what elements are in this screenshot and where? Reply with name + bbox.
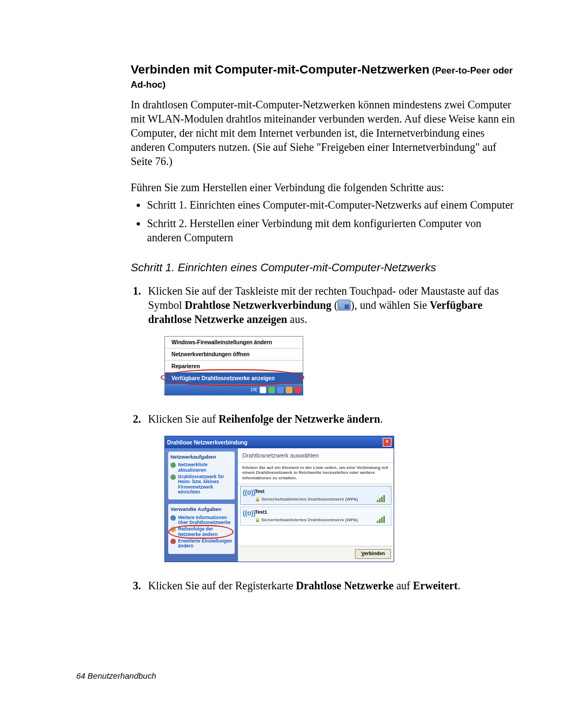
- tray-icon[interactable]: [268, 387, 275, 393]
- gear-icon: [170, 539, 176, 544]
- lock-icon: 🔒: [255, 497, 260, 502]
- heading-main: Verbinden mit Computer-mit-Computer-Netz…: [131, 63, 430, 76]
- menu-item[interactable]: Reparieren: [165, 361, 303, 373]
- close-button[interactable]: ×: [383, 438, 391, 447]
- bullet-item: Schritt 2. Herstellen einer Verbindung m…: [147, 216, 517, 245]
- step-3: Klicken Sie auf der Registerkarte Drahtl…: [144, 578, 517, 593]
- menu-item-highlighted[interactable]: Verfügbare Drahtlosnetzwerke anzeigen: [165, 373, 303, 384]
- taskbar: DE: [164, 385, 303, 395]
- dialog-title: Drahtlose Netzwerkverbindung: [167, 439, 247, 446]
- tray-icon[interactable]: [286, 387, 292, 393]
- dialog-titlebar: Drahtlose Netzwerkverbindung ×: [165, 436, 394, 448]
- step-1: Klicken Sie auf der Taskleiste mit der r…: [144, 284, 517, 395]
- sidebar-section: Netzwerkaufgaben Netzwerkliste aktualisi…: [168, 452, 235, 499]
- subsection-heading: Schritt 1. Einrichten eines Computer-mit…: [131, 261, 517, 274]
- signal-bars-icon: [377, 495, 389, 502]
- main-heading: Drahtlosnetzwerk auswählen: [238, 448, 394, 463]
- sidebar-section-title: Netzwerkaufgaben: [170, 454, 232, 460]
- context-menu: Windows-Firewalleinstellungen ändern Net…: [164, 336, 303, 385]
- step-2: Klicken Sie auf Reihenfolge der Netzwerk…: [144, 412, 517, 562]
- tray-icon[interactable]: [260, 387, 266, 393]
- info-icon: [170, 515, 176, 521]
- page-footer: 64 Benutzerhandbuch: [76, 671, 156, 680]
- lock-icon: 🔒: [255, 517, 260, 522]
- intro-paragraph: In drahtlosen Computer-mit-Computer-Netz…: [131, 97, 517, 168]
- screenshot-context-menu: Windows-Firewalleinstellungen ändern Net…: [164, 336, 303, 395]
- network-list: ((o)) Test 🔒 Sicherheitsaktiviertes Drah…: [238, 484, 394, 546]
- dialog-footer: Verbinden: [238, 546, 394, 562]
- dialog-sidebar: Netzwerkaufgaben Netzwerkliste aktualisi…: [165, 448, 238, 562]
- bullet-item: Schritt 1. Einrichten eines Computer-mit…: [147, 198, 517, 212]
- network-security: 🔒 Sicherheitsaktiviertes Drahtlosnetzwer…: [255, 497, 373, 502]
- network-icon: [170, 474, 176, 480]
- screenshot-wireless-dialog: Drahtlose Netzwerkverbindung × Netzwerka…: [164, 436, 394, 562]
- star-icon: [170, 527, 176, 532]
- overview-bullets: Schritt 1. Einrichten eines Computer-mit…: [147, 198, 517, 245]
- wireless-icon: ((o)): [243, 489, 252, 497]
- network-item[interactable]: ((o)) Test1 🔒 Sicherheitsaktiviertes Dra…: [240, 507, 391, 526]
- wireless-tray-icon: [338, 300, 351, 310]
- sidebar-link-setup[interactable]: Drahtlosnetzwerk für Heim- bzw. kleines …: [170, 474, 232, 495]
- network-name: Test: [255, 489, 373, 495]
- wireless-icon: ((o)): [243, 509, 252, 518]
- network-security: 🔒 Sicherheitsaktiviertes Drahtlosnetzwer…: [255, 517, 373, 523]
- menu-item[interactable]: Netzwerkverbindungen öffnen: [165, 349, 303, 361]
- signal-bars-icon: [377, 515, 389, 523]
- network-name: Test1: [255, 509, 373, 516]
- connect-button[interactable]: Verbinden: [355, 549, 391, 559]
- sidebar-link-reorder[interactable]: Reihenfolge der Netzwerke ändern: [170, 527, 232, 537]
- sidebar-link-advanced[interactable]: Erweiterte Einstellungen ändern: [170, 539, 232, 549]
- sidebar-section-title: Verwandte Aufgaben: [170, 506, 232, 513]
- tray-icon[interactable]: [295, 387, 301, 393]
- steps-list: Klicken Sie auf der Taskleiste mit der r…: [144, 284, 517, 593]
- section-heading: Verbinden mit Computer-mit-Computer-Netz…: [131, 63, 517, 91]
- language-indicator[interactable]: DE: [250, 387, 258, 393]
- menu-item[interactable]: Windows-Firewalleinstellungen ändern: [165, 337, 303, 349]
- intro-paragraph-2: Führen Sie zum Herstellen einer Verbindu…: [131, 180, 517, 194]
- dialog-main: Drahtlosnetzwerk auswählen Klicken Sie a…: [238, 448, 394, 562]
- sidebar-link-refresh[interactable]: Netzwerkliste aktualisieren: [170, 462, 232, 473]
- sidebar-section: Verwandte Aufgaben Weitere Informationen…: [168, 504, 235, 553]
- tray-icon[interactable]: [277, 387, 284, 393]
- sidebar-link-info[interactable]: Weitere Informationen über Drahtlosnetzw…: [170, 515, 232, 526]
- refresh-icon: [170, 462, 176, 468]
- network-item[interactable]: ((o)) Test 🔒 Sicherheitsaktiviertes Drah…: [240, 486, 391, 505]
- main-subtext: Klicken Sie auf ein Element in der Liste…: [238, 463, 394, 484]
